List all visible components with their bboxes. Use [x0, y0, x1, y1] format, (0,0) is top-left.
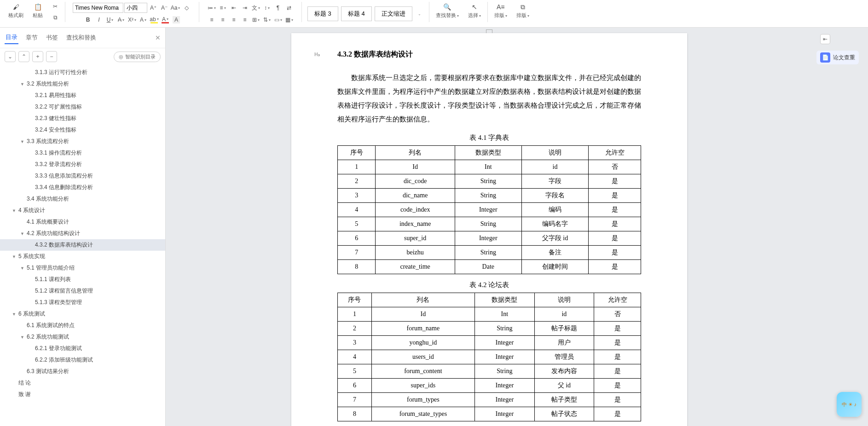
paste-button[interactable]: 📋粘贴 — [31, 2, 45, 20]
toc-item[interactable]: 6.3 测试结果分析 — [0, 366, 165, 377]
decrease-font-button[interactable]: A⁻ — [159, 3, 169, 12]
tree-toggle-icon[interactable]: ▼ — [20, 139, 26, 144]
shading-button[interactable]: ▭▾ — [273, 15, 283, 24]
table-cell: 帖子状态 — [534, 407, 594, 421]
number-list-button[interactable]: ≡▾ — [218, 3, 228, 12]
align-justify-button[interactable]: ≡ — [240, 15, 250, 24]
style-heading4-button[interactable]: 标题 4 — [341, 6, 372, 21]
tab-toc[interactable]: 目录 — [5, 31, 18, 44]
format-painter-button[interactable]: 🖌格式刷 — [6, 2, 25, 20]
tree-toggle-icon[interactable]: ▼ — [12, 254, 17, 259]
tab-bookmark[interactable]: 书签 — [45, 32, 59, 44]
cut-button[interactable]: ✂ — [50, 2, 60, 11]
paper-check-button[interactable]: 📄论文查重 — [816, 51, 859, 64]
toc-item[interactable]: ▼6 系统测试 — [0, 308, 165, 320]
italic-button[interactable]: I — [94, 15, 104, 24]
line-spacing-button[interactable]: ⇅▾ — [262, 15, 272, 24]
tree-toggle-icon[interactable]: ▼ — [20, 266, 26, 271]
font-family-select[interactable] — [73, 3, 123, 13]
style-body-indent-button[interactable]: 正文缩进 — [375, 6, 412, 21]
toc-item[interactable]: 致 谢 — [0, 389, 165, 400]
toc-item[interactable]: 3.2.1 易用性指标 — [0, 90, 165, 101]
collapse-button[interactable]: ⌄ — [5, 51, 16, 62]
document-viewport[interactable]: H₃ 4.3.2 数据库表结构设计 数据库系统一旦选定之后，需要根据程序要求在数… — [166, 28, 813, 426]
toc-item[interactable]: 3.2.3 健壮性指标 — [0, 113, 165, 124]
toc-item[interactable]: 4.1 系统概要设计 — [0, 216, 165, 228]
increase-indent-button[interactable]: ⇥ — [240, 3, 250, 12]
nav-close-button[interactable]: ✕ — [155, 34, 161, 41]
tree-toggle-icon[interactable]: ▼ — [12, 208, 17, 213]
expand-button[interactable]: ⌃ — [18, 51, 29, 62]
tree-toggle-icon[interactable]: ▼ — [20, 82, 26, 86]
underline-button[interactable]: U▾ — [105, 15, 115, 24]
toc-item[interactable]: ▼3.2 系统性能分析 — [0, 78, 165, 90]
toc-item[interactable]: 3.2.2 可扩展性指标 — [0, 101, 165, 113]
layout-button[interactable]: A≡排版▾ — [492, 2, 509, 20]
align-left-button[interactable]: ≡ — [207, 15, 217, 24]
decrease-indent-button[interactable]: ⇤ — [229, 3, 239, 12]
toc-tree[interactable]: 3.1.3 运行可行性分析▼3.2 系统性能分析3.2.1 易用性指标3.2.2… — [0, 65, 165, 426]
char-shading-button[interactable]: A — [171, 15, 181, 24]
toc-item[interactable]: 3.1.3 运行可行性分析 — [0, 67, 165, 78]
change-case-button[interactable]: Aa▾ — [170, 3, 180, 12]
toc-item[interactable]: 6.1 系统测试的特点 — [0, 320, 165, 331]
strike-button[interactable]: A▾ — [116, 15, 126, 24]
toc-item[interactable]: ▼6.2 系统功能测试 — [0, 331, 165, 343]
align-center-button[interactable]: ≡ — [218, 15, 228, 24]
toc-item[interactable]: ▼4 系统设计 — [0, 205, 165, 216]
rail-collapse-button[interactable]: ⇤ — [816, 32, 834, 46]
font-size-select[interactable] — [124, 3, 147, 13]
font-color-button[interactable]: A▾ — [160, 15, 170, 24]
find-replace-button[interactable]: 🔍查找替换▾ — [434, 2, 461, 20]
toc-item[interactable]: ▼3.3 系统流程分析 — [0, 136, 165, 147]
tree-toggle-icon[interactable]: ▼ — [20, 231, 26, 236]
toc-item[interactable]: 5.1.2 课程留言信息管理 — [0, 285, 165, 297]
layout2-button[interactable]: ⧉排版▾ — [515, 2, 531, 20]
add-level-button[interactable]: + — [32, 51, 43, 62]
toc-item[interactable]: 3.4 系统功能分析 — [0, 193, 165, 205]
toc-item[interactable]: 5.1.3 课程类型管理 — [0, 297, 165, 308]
toc-item[interactable]: 5.1.1 课程列表 — [0, 274, 165, 285]
bullet-list-button[interactable]: ≔▾ — [207, 3, 217, 12]
remove-level-button[interactable]: − — [46, 51, 57, 62]
superscript-button[interactable]: X²▾ — [127, 15, 137, 24]
table-cell: 是 — [589, 203, 641, 217]
toc-item[interactable]: 3.2.4 安全性指标 — [0, 124, 165, 136]
smart-toc-button[interactable]: ◎智能识别目录 — [114, 52, 161, 62]
style-heading3-button[interactable]: 标题 3 — [307, 6, 338, 21]
toc-item[interactable]: ▼5 系统实现 — [0, 251, 165, 262]
toc-item[interactable]: ▼5.1 管理员功能介绍 — [0, 262, 165, 274]
toc-item[interactable]: 6.2.2 添加班级功能测试 — [0, 354, 165, 366]
tree-toggle-icon[interactable]: ▼ — [20, 335, 26, 340]
toc-item[interactable]: 6.2.1 登录功能测试 — [0, 343, 165, 354]
tab-button[interactable]: ⇄ — [284, 3, 294, 12]
ruler-marker[interactable] — [486, 29, 492, 33]
copy-button[interactable]: ⧉ — [50, 13, 60, 22]
highlight-button[interactable]: ab▾ — [149, 15, 159, 24]
show-marks-button[interactable]: ¶ — [273, 3, 283, 12]
toc-item[interactable]: 结 论 — [0, 377, 165, 389]
toc-item[interactable]: 3.3.2 登录流程分析 — [0, 159, 165, 170]
tab-find[interactable]: 查找和替换 — [65, 32, 97, 44]
sort-button[interactable]: ↕▾ — [262, 3, 272, 12]
toc-item[interactable]: 4.3.2 数据库表结构设计 — [0, 239, 165, 251]
borders-button[interactable]: ▦▾ — [284, 15, 294, 24]
toc-item[interactable]: 3.3.3 信息添加流程分析 — [0, 170, 165, 182]
increase-font-button[interactable]: A⁺ — [148, 3, 158, 12]
bold-button[interactable]: B — [83, 15, 93, 24]
toc-item[interactable]: ▼4.2 系统功能结构设计 — [0, 228, 165, 239]
text-direction-button[interactable]: 文▾ — [251, 3, 261, 12]
table-cell: 创建时间 — [521, 260, 589, 274]
toc-item[interactable]: 3.3.4 信息删除流程分析 — [0, 182, 165, 193]
toc-item[interactable]: 3.3.1 操作流程分析 — [0, 147, 165, 159]
tree-toggle-icon[interactable]: ▼ — [12, 312, 17, 317]
tab-chapter[interactable]: 章节 — [25, 32, 39, 44]
table-row: 4users_idInteger管理员是 — [338, 350, 641, 364]
select-button[interactable]: ↖选择▾ — [466, 2, 483, 20]
ime-weather-badge[interactable]: 中 ☀ ♪ — [837, 392, 862, 417]
distribute-button[interactable]: ⊞▾ — [251, 15, 261, 24]
clear-format-button[interactable]: ◇ — [181, 3, 191, 12]
align-right-button[interactable]: ≡ — [229, 15, 239, 24]
text-effect-button[interactable]: A▾ — [138, 15, 148, 24]
style-more-button[interactable]: ⌄ — [414, 9, 424, 18]
